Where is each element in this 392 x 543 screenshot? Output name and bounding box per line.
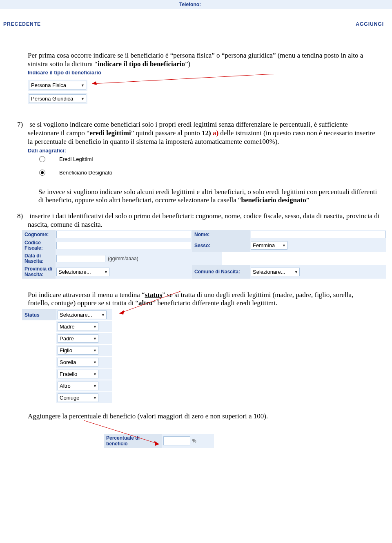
sesso-label: Sesso: bbox=[192, 239, 250, 252]
tipo-beneficiario-label: Indicare il tipo di beneficiario bbox=[28, 69, 392, 76]
paragraph-7b: Se invece si vogliono indicare solo alcu… bbox=[0, 188, 392, 205]
dn-label: Data di Nascita: bbox=[22, 252, 56, 265]
radio-selected-icon bbox=[39, 170, 45, 176]
radio-unselected-icon bbox=[39, 156, 45, 162]
cognome-label: Cognome: bbox=[22, 230, 56, 239]
chevron-down-icon: ▼ bbox=[93, 349, 97, 353]
provincia-select[interactable]: Selezionare... ▼ bbox=[56, 268, 109, 276]
cognome-input[interactable] bbox=[56, 231, 191, 238]
percentuale-input[interactable] bbox=[163, 436, 190, 445]
chevron-down-icon: ▼ bbox=[93, 337, 97, 341]
status-option-fratello[interactable]: Fratello▼ bbox=[58, 370, 98, 378]
cf-input[interactable] bbox=[56, 242, 191, 249]
status-option-coniuge[interactable]: Coniuge▼ bbox=[58, 393, 98, 402]
chevron-down-icon: ▼ bbox=[93, 396, 97, 400]
aggiungi-button[interactable]: AGGIUNGI bbox=[356, 21, 384, 27]
tipo-beneficiario-option-pg-wrap: Persona Giuridica ▼ bbox=[28, 93, 87, 104]
percentuale-label: Percentuale di beneficio bbox=[104, 434, 162, 448]
status-option-padre[interactable]: Padre▼ bbox=[58, 334, 98, 343]
status-select[interactable]: Selezionare... ▼ bbox=[58, 311, 107, 319]
chevron-down-icon: ▼ bbox=[81, 83, 85, 87]
nome-label: Nome: bbox=[192, 230, 250, 239]
chevron-down-icon: ▼ bbox=[93, 325, 97, 329]
telefono-label: Telefono: bbox=[178, 0, 221, 9]
status-label: Status bbox=[22, 309, 56, 320]
telefono-input-area[interactable] bbox=[221, 0, 392, 9]
percentuale-unit: % bbox=[192, 438, 196, 444]
tipo-beneficiario-select[interactable]: Persona Fisica ▼ bbox=[29, 81, 86, 89]
comune-select[interactable]: Selezionare... ▼ bbox=[251, 268, 300, 276]
radio-beneficiario-designato-row[interactable]: Beneficiario Designato bbox=[39, 170, 392, 176]
nome-input[interactable] bbox=[251, 231, 385, 238]
cf-label: Codice Fiscale: bbox=[22, 239, 56, 252]
list-item-8: 8) inserire i dati identificativi del so… bbox=[0, 212, 392, 229]
chevron-down-icon: ▼ bbox=[282, 244, 286, 248]
chevron-down-icon: ▼ bbox=[81, 97, 85, 101]
intro-paragraph: Per prima cosa occorre indicare se il be… bbox=[0, 51, 392, 68]
chevron-down-icon: ▼ bbox=[93, 384, 97, 388]
status-paragraph: Poi indicare attraverso il menu a tendin… bbox=[0, 291, 392, 308]
cn-label: Comune di Nascita: bbox=[192, 265, 250, 278]
chevron-down-icon: ▼ bbox=[93, 372, 97, 376]
chevron-down-icon: ▼ bbox=[104, 270, 108, 274]
status-option-madre[interactable]: Madre▼ bbox=[58, 322, 98, 331]
dati-anagrafici-label: Dati anagrafici: bbox=[28, 147, 392, 154]
precedente-button[interactable]: PRECEDENTE bbox=[3, 21, 41, 27]
status-option-sorella[interactable]: Sorella▼ bbox=[58, 358, 98, 366]
status-option-altro[interactable]: Altro▼ bbox=[58, 382, 98, 390]
dn-input[interactable] bbox=[56, 255, 105, 262]
perc-paragraph: Aggiungere la percentuale di beneficio (… bbox=[0, 412, 392, 421]
svg-marker-1 bbox=[92, 81, 97, 85]
pn-label: Provincia di Nascita: bbox=[22, 265, 56, 278]
tipo-beneficiario-option-pg[interactable]: Persona Giuridica ▼ bbox=[29, 94, 86, 103]
chevron-down-icon: ▼ bbox=[93, 360, 97, 364]
list-item-7: 7) se si vogliono indicare come benefici… bbox=[0, 121, 392, 146]
sesso-select[interactable]: Femmina ▼ bbox=[251, 241, 287, 250]
status-option-figlio[interactable]: Figlio▼ bbox=[58, 346, 98, 355]
top-telefono-row: Telefono: bbox=[0, 0, 392, 9]
radio-eredi-legittimi-row[interactable]: Eredi Legittimi bbox=[39, 156, 392, 162]
tipo-beneficiario-select-wrap: Persona Fisica ▼ bbox=[28, 80, 87, 91]
chevron-down-icon: ▼ bbox=[101, 313, 105, 317]
dn-hint: (gg/mm/aaaa) bbox=[108, 256, 138, 261]
tipo-beneficiario-value: Persona Fisica bbox=[31, 82, 66, 88]
chevron-down-icon: ▼ bbox=[294, 270, 298, 274]
